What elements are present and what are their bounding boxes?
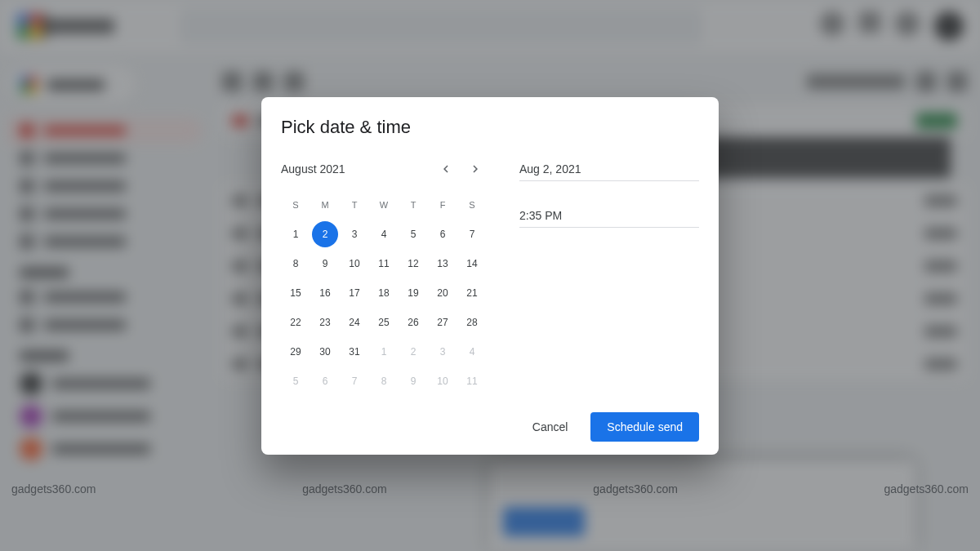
calendar-day[interactable]: 31 bbox=[341, 339, 368, 365]
calendar-day[interactable]: 4 bbox=[459, 339, 485, 365]
calendar-day[interactable]: 12 bbox=[400, 251, 426, 277]
calendar-day[interactable]: 1 bbox=[283, 221, 309, 247]
chevron-right-icon bbox=[468, 162, 483, 176]
calendar-dow: M bbox=[310, 190, 340, 220]
calendar-day[interactable]: 7 bbox=[341, 368, 368, 394]
calendar-day[interactable]: 22 bbox=[283, 309, 309, 335]
calendar-day[interactable]: 7 bbox=[459, 221, 485, 247]
calendar-day[interactable]: 21 bbox=[459, 280, 485, 306]
calendar-day[interactable]: 14 bbox=[459, 251, 485, 277]
calendar-month-label: August 2021 bbox=[281, 162, 428, 176]
calendar-dow: T bbox=[340, 190, 369, 220]
chevron-left-icon bbox=[439, 162, 453, 176]
calendar-day[interactable]: 10 bbox=[341, 251, 368, 277]
calendar-day[interactable]: 4 bbox=[371, 221, 397, 247]
date-input[interactable] bbox=[519, 158, 699, 181]
calendar-day[interactable]: 5 bbox=[400, 221, 426, 247]
next-month-button[interactable] bbox=[464, 158, 487, 180]
calendar-dow: W bbox=[369, 190, 399, 220]
calendar-day[interactable]: 27 bbox=[430, 309, 456, 335]
calendar: August 2021 SMTWTFS123456789101112131415… bbox=[281, 158, 487, 396]
calendar-day[interactable]: 20 bbox=[430, 280, 456, 306]
calendar-day[interactable]: 11 bbox=[459, 368, 485, 394]
calendar-day[interactable]: 5 bbox=[283, 368, 309, 394]
calendar-day[interactable]: 6 bbox=[430, 221, 456, 247]
calendar-day[interactable]: 15 bbox=[283, 280, 309, 306]
prev-month-button[interactable] bbox=[434, 158, 457, 180]
calendar-dow: T bbox=[399, 190, 428, 220]
calendar-day[interactable]: 19 bbox=[400, 280, 426, 306]
calendar-dow: S bbox=[457, 190, 487, 220]
calendar-day[interactable]: 23 bbox=[312, 309, 338, 335]
calendar-day[interactable]: 8 bbox=[371, 368, 397, 394]
calendar-day[interactable]: 18 bbox=[371, 280, 397, 306]
calendar-day[interactable]: 9 bbox=[400, 368, 426, 394]
calendar-day[interactable]: 16 bbox=[312, 280, 338, 306]
calendar-day[interactable]: 9 bbox=[312, 251, 338, 277]
calendar-grid: SMTWTFS123456789101112131415161718192021… bbox=[281, 190, 487, 396]
pick-date-time-dialog: Pick date & time August 2021 SMTWTFS1234… bbox=[261, 97, 719, 455]
calendar-day[interactable]: 10 bbox=[430, 368, 456, 394]
calendar-day[interactable]: 24 bbox=[341, 309, 368, 335]
calendar-day[interactable]: 3 bbox=[341, 221, 368, 247]
schedule-send-button[interactable]: Schedule send bbox=[590, 412, 699, 442]
calendar-day[interactable]: 29 bbox=[283, 339, 309, 365]
time-input[interactable] bbox=[519, 204, 699, 228]
calendar-day[interactable]: 8 bbox=[283, 251, 309, 277]
calendar-day[interactable]: 25 bbox=[371, 309, 397, 335]
calendar-day[interactable]: 17 bbox=[341, 280, 368, 306]
calendar-dow: S bbox=[281, 190, 310, 220]
cancel-button[interactable]: Cancel bbox=[516, 412, 585, 442]
calendar-day[interactable]: 30 bbox=[312, 339, 338, 365]
calendar-day[interactable]: 6 bbox=[312, 368, 338, 394]
dialog-title: Pick date & time bbox=[281, 117, 699, 138]
calendar-dow: F bbox=[428, 190, 457, 220]
calendar-day[interactable]: 26 bbox=[400, 309, 426, 335]
calendar-day[interactable]: 28 bbox=[459, 309, 485, 335]
calendar-day[interactable]: 11 bbox=[371, 251, 397, 277]
calendar-day[interactable]: 3 bbox=[430, 339, 456, 365]
modal-overlay[interactable]: Pick date & time August 2021 SMTWTFS1234… bbox=[0, 0, 980, 551]
calendar-day[interactable]: 2 bbox=[312, 221, 338, 247]
calendar-day[interactable]: 1 bbox=[371, 339, 397, 365]
calendar-day[interactable]: 13 bbox=[430, 251, 456, 277]
calendar-day[interactable]: 2 bbox=[400, 339, 426, 365]
